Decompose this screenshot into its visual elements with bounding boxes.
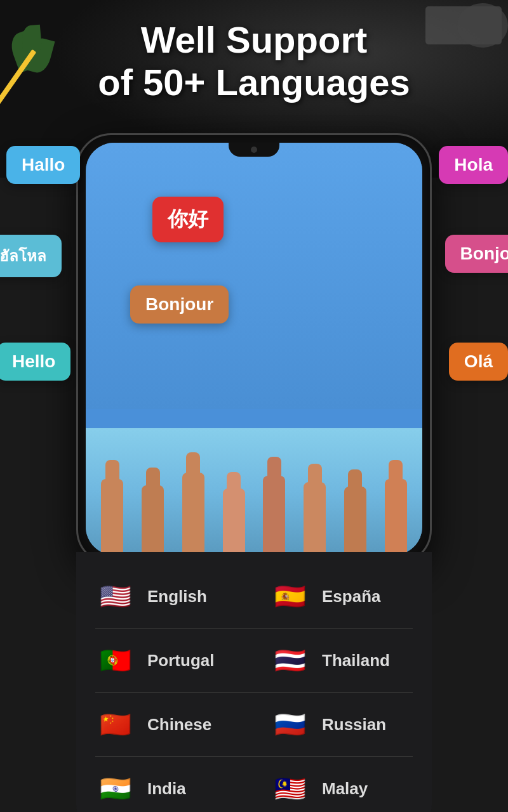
bubble-bonjou: Bonjou xyxy=(445,235,508,273)
lang-name-india: India xyxy=(147,779,186,799)
phone-screen xyxy=(86,143,422,555)
bubble-sawadee: ฮัลโหล xyxy=(0,235,62,277)
lang-item-espana[interactable]: 🇪🇸 España xyxy=(270,576,413,617)
lang-row-2: 🇵🇹 Portugal 🇹🇭 Thailand xyxy=(95,629,413,693)
flag-portugal: 🇵🇹 xyxy=(95,640,136,681)
phone-notch xyxy=(229,143,279,157)
lang-name-malay: Malay xyxy=(322,779,368,799)
bubble-hello: Hello xyxy=(0,343,70,381)
lang-item-chinese[interactable]: 🇨🇳 Chinese xyxy=(95,704,238,745)
lang-name-espana: España xyxy=(322,587,381,606)
lang-name-russian: Russian xyxy=(322,715,386,735)
flag-malay: 🇲🇾 xyxy=(270,768,311,809)
flag-chinese: 🇨🇳 xyxy=(95,704,136,745)
lang-name-portugal: Portugal xyxy=(147,651,214,671)
phone-top-bg xyxy=(86,143,422,409)
flag-russian: 🇷🇺 xyxy=(270,704,311,745)
lang-row-4: 🇮🇳 India 🇲🇾 Malay xyxy=(95,757,413,812)
flag-india: 🇮🇳 xyxy=(95,768,136,809)
lang-name-english: English xyxy=(147,587,207,606)
lang-row-3: 🇨🇳 Chinese 🇷🇺 Russian xyxy=(95,693,413,757)
flag-thailand: 🇹🇭 xyxy=(270,640,311,681)
thumbs-image xyxy=(86,428,422,555)
bubble-ola: Olá xyxy=(449,343,508,381)
camera xyxy=(251,147,257,153)
lang-name-thailand: Thailand xyxy=(322,651,390,671)
lang-item-thailand[interactable]: 🇹🇭 Thailand xyxy=(270,640,413,681)
headline-line1: Well Support xyxy=(141,19,368,60)
lang-item-india[interactable]: 🇮🇳 India xyxy=(95,768,238,809)
flag-english: 🇺🇸 xyxy=(95,576,136,617)
lang-item-malay[interactable]: 🇲🇾 Malay xyxy=(270,768,413,809)
lang-name-chinese: Chinese xyxy=(147,715,211,735)
language-list: 🇺🇸 English 🇪🇸 España 🇵🇹 Portugal 🇹🇭 Thai… xyxy=(76,552,432,812)
headline-line2: of 50+ Languages xyxy=(98,62,410,103)
flag-espana: 🇪🇸 xyxy=(270,576,311,617)
lang-row-1: 🇺🇸 English 🇪🇸 España xyxy=(95,565,413,629)
lang-item-english[interactable]: 🇺🇸 English xyxy=(95,576,238,617)
lang-item-russian[interactable]: 🇷🇺 Russian xyxy=(270,704,413,745)
headline-section: Well Support of 50+ Languages xyxy=(0,19,508,103)
lang-item-portugal[interactable]: 🇵🇹 Portugal xyxy=(95,640,238,681)
phone-frame xyxy=(76,133,432,565)
